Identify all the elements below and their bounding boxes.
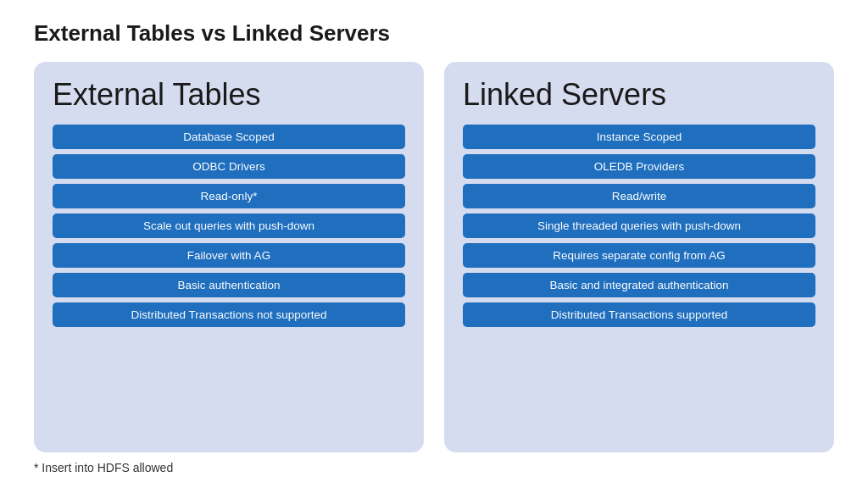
linked-servers-title: Linked Servers: [463, 77, 815, 113]
external-tables-item-4: Failover with AG: [53, 243, 405, 268]
page-title: External Tables vs Linked Servers: [34, 20, 834, 47]
linked-servers-card: Linked Servers Instance ScopedOLEDB Prov…: [444, 62, 834, 452]
external-tables-title: External Tables: [53, 77, 405, 113]
linked-servers-item-4: Requires separate config from AG: [463, 243, 815, 268]
linked-servers-item-1: OLEDB Providers: [463, 154, 815, 179]
linked-servers-item-3: Single threaded queries with push-down: [463, 214, 815, 238]
external-tables-item-0: Database Scoped: [53, 125, 405, 149]
linked-servers-item-2: Read/write: [463, 184, 815, 208]
external-tables-list: Database ScopedODBC DriversRead-only*Sca…: [53, 125, 405, 327]
linked-servers-item-0: Instance Scoped: [463, 125, 815, 149]
external-tables-item-3: Scale out queries with push-down: [53, 214, 405, 238]
linked-servers-list: Instance ScopedOLEDB ProvidersRead/write…: [463, 125, 815, 327]
footnote: * Insert into HDFS allowed: [34, 461, 834, 474]
external-tables-item-5: Basic authentication: [53, 273, 405, 297]
external-tables-item-6: Distributed Transactions not supported: [53, 302, 405, 327]
page-container: External Tables vs Linked Servers Extern…: [0, 0, 868, 488]
linked-servers-item-5: Basic and integrated authentication: [463, 273, 815, 297]
cards-row: External Tables Database ScopedODBC Driv…: [34, 62, 834, 452]
external-tables-card: External Tables Database ScopedODBC Driv…: [34, 62, 424, 452]
external-tables-item-2: Read-only*: [53, 184, 405, 208]
linked-servers-item-6: Distributed Transactions supported: [463, 302, 815, 327]
external-tables-item-1: ODBC Drivers: [53, 154, 405, 179]
